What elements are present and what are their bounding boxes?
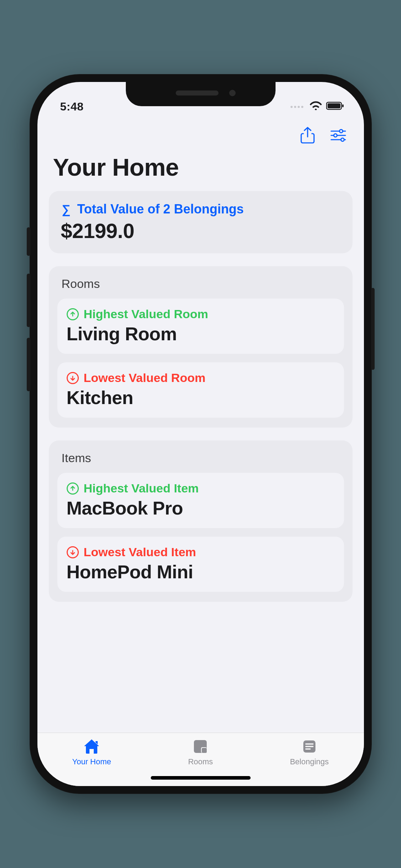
tab-label: Your Home: [72, 757, 111, 766]
highest-item-label: Highest Valued Item: [84, 481, 199, 495]
screen: 5:48: [37, 82, 364, 786]
tab-label: Belongings: [290, 757, 329, 766]
total-value-amount: $2199.0: [59, 217, 343, 243]
side-button: [27, 274, 30, 327]
lowest-item-label: Lowest Valued Item: [84, 545, 196, 559]
arrow-down-circle-icon: [67, 546, 79, 558]
sigma-icon: ∑: [61, 202, 72, 216]
total-value-label: Total Value of 2 Belongings: [77, 202, 244, 217]
items-group-header: Items: [57, 450, 344, 473]
nav-bar: [37, 116, 364, 147]
side-button: [27, 338, 30, 391]
highest-room-card[interactable]: Highest Valued Room Living Room: [57, 299, 344, 354]
settings-sliders-button[interactable]: [328, 125, 348, 145]
lowest-room-card[interactable]: Lowest Valued Room Kitchen: [57, 362, 344, 418]
house-icon: [82, 738, 101, 755]
lowest-room-value: Kitchen: [67, 385, 335, 408]
content-scroll[interactable]: ∑ Total Value of 2 Belongings $2199.0 Ro…: [37, 191, 364, 733]
highest-item-card[interactable]: Highest Valued Item MacBook Pro: [57, 473, 344, 528]
arrow-up-circle-icon: [67, 308, 79, 320]
svg-rect-2: [342, 104, 344, 107]
svg-point-8: [341, 138, 344, 141]
cellular-dots-icon: [291, 106, 303, 108]
rooms-group: Rooms Highest Valued Room Living Room: [49, 266, 353, 428]
tab-belongings[interactable]: Belongings: [255, 738, 364, 766]
home-indicator[interactable]: [151, 776, 251, 780]
list-icon: [300, 738, 319, 755]
status-time: 5:48: [60, 100, 84, 113]
total-value-card: ∑ Total Value of 2 Belongings $2199.0: [49, 191, 353, 253]
highest-item-value: MacBook Pro: [67, 495, 335, 519]
phone-frame: 5:48: [30, 74, 372, 794]
highest-room-label: Highest Valued Room: [84, 307, 209, 321]
tab-label: Rooms: [188, 757, 213, 766]
tab-rooms[interactable]: Rooms: [146, 738, 255, 766]
items-group: Items Highest Valued Item MacBook Pro: [49, 440, 353, 602]
notch: [126, 82, 276, 106]
side-button: [27, 227, 30, 256]
rooms-group-header: Rooms: [57, 275, 344, 299]
page-title: Your Home: [37, 147, 364, 191]
arrow-down-circle-icon: [67, 372, 79, 384]
highest-room-value: Living Room: [67, 321, 335, 345]
tab-your-home[interactable]: Your Home: [37, 738, 146, 766]
share-button[interactable]: [298, 125, 318, 145]
svg-rect-11: [202, 748, 207, 753]
svg-point-4: [339, 130, 343, 133]
svg-rect-1: [328, 103, 340, 108]
wifi-icon: [310, 100, 322, 113]
battery-icon: [326, 100, 345, 113]
lowest-item-value: HomePod Mini: [67, 559, 335, 583]
arrow-up-circle-icon: [67, 482, 79, 495]
svg-point-6: [334, 134, 337, 137]
lowest-item-card[interactable]: Lowest Valued Item HomePod Mini: [57, 537, 344, 592]
side-button: [371, 288, 375, 370]
lowest-room-label: Lowest Valued Room: [84, 371, 206, 385]
rooms-icon: [191, 738, 210, 755]
